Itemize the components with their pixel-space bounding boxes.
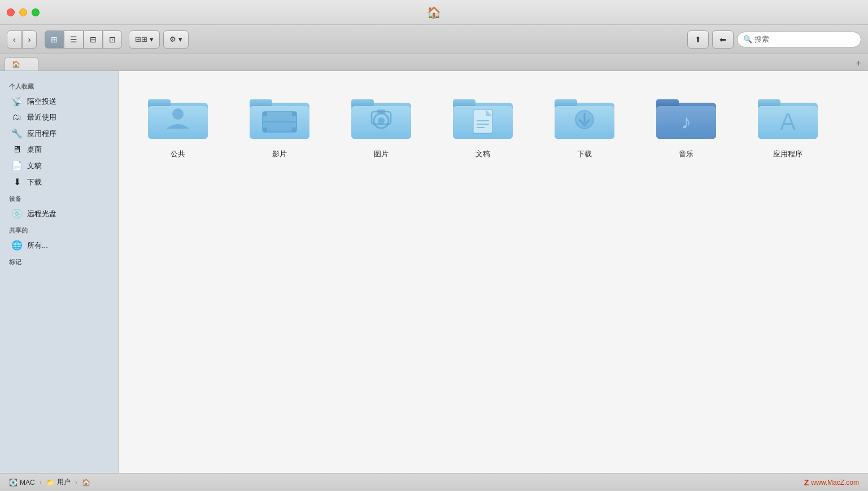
svg-point-3 <box>172 108 184 120</box>
view-icon-button[interactable]: ⊞ <box>45 30 64 49</box>
svg-rect-9 <box>292 112 296 116</box>
folder-item-music[interactable]: ♪ 音乐 <box>649 88 723 164</box>
home-breadcrumb-icon: 🏠 <box>82 479 90 486</box>
search-icon: 🔍 <box>743 35 752 43</box>
action-chevron-icon: ▾ <box>178 35 182 43</box>
breadcrumb-sep-1: › <box>40 479 42 486</box>
arrange-chevron-icon: ▾ <box>150 35 154 43</box>
action-button[interactable]: ⚙ ▾ <box>163 30 189 49</box>
sidebar: 个人收藏 📡 隔空投送 🗂 最近使用 🔧 应用程序 🖥 桌面 📄 文稿 ⬇ 下载… <box>0 71 119 473</box>
svg-rect-21 <box>453 99 476 107</box>
all-icon: 🌐 <box>11 240 23 251</box>
folder-pictures-icon <box>350 93 412 144</box>
tab-home-icon: 🏠 <box>12 60 20 68</box>
tag-button[interactable]: ⬅ <box>712 30 734 49</box>
maximize-button[interactable] <box>32 8 40 16</box>
watermark: Z www.MacZ.com <box>804 478 859 487</box>
breadcrumb-mac[interactable]: 💽 MAC <box>9 479 35 486</box>
sidebar-section-devices: 设备 <box>0 190 118 205</box>
folder-downloads-icon <box>553 93 616 144</box>
view-cover-button[interactable]: ⊡ <box>103 30 122 49</box>
titlebar: 🏠 <box>0 0 868 25</box>
folder-item-documents[interactable]: 文稿 <box>446 88 520 164</box>
sidebar-item-documents-label: 文稿 <box>27 161 42 171</box>
sidebar-item-airdrop[interactable]: 📡 隔空投送 <box>2 93 116 109</box>
sidebar-item-remote-disc[interactable]: 💿 远程光盘 <box>2 205 116 222</box>
desktop-icon: 🖥 <box>11 144 23 155</box>
sidebar-item-downloads[interactable]: ⬇ 下载 <box>2 174 116 190</box>
sidebar-item-applications-label: 应用程序 <box>27 129 56 139</box>
folder-movies-icon <box>248 93 311 144</box>
folder-item-public[interactable]: 公共 <box>141 88 215 164</box>
watermark-z: Z <box>804 478 809 487</box>
folder-item-pictures[interactable]: 图片 <box>344 88 418 164</box>
sidebar-item-recents[interactable]: 🗂 最近使用 <box>2 109 116 125</box>
sidebar-item-airdrop-label: 隔空投送 <box>27 97 56 107</box>
breadcrumb-home[interactable]: 🏠 <box>82 479 90 486</box>
sidebar-section-favorites: 个人收藏 <box>0 78 118 93</box>
share-icon: ⬆ <box>695 35 701 44</box>
folder-documents-label: 文稿 <box>476 149 490 159</box>
breadcrumb-mac-label: MAC <box>20 479 35 486</box>
main-area: 个人收藏 📡 隔空投送 🗂 最近使用 🔧 应用程序 🖥 桌面 📄 文稿 ⬇ 下载… <box>0 71 868 473</box>
nav-buttons: ‹ › <box>7 30 37 49</box>
svg-rect-19 <box>377 109 385 113</box>
documents-icon: 📄 <box>11 160 23 171</box>
svg-rect-33 <box>656 99 679 107</box>
tag-icon: ⬅ <box>719 35 726 44</box>
downloads-icon: ⬇ <box>11 177 23 187</box>
sidebar-item-desktop[interactable]: 🖥 桌面 <box>2 142 116 157</box>
sidebar-section-tags: 标记 <box>0 253 118 269</box>
close-button[interactable] <box>7 8 15 16</box>
svg-point-17 <box>378 117 385 124</box>
svg-rect-11 <box>292 128 296 132</box>
applications-icon: 🔧 <box>11 128 23 139</box>
tab-home[interactable]: 🏠 <box>5 57 38 71</box>
folder-public-label: 公共 <box>171 149 185 159</box>
folder-music-icon: ♪ <box>655 93 717 144</box>
svg-rect-8 <box>263 112 267 116</box>
add-tab-button[interactable]: + <box>854 58 863 68</box>
sidebar-item-applications[interactable]: 🔧 应用程序 <box>2 125 116 142</box>
folder-grid: 公共 <box>141 88 845 164</box>
sidebar-item-all-label: 所有... <box>27 240 48 251</box>
toolbar: ‹ › ⊞ ☰ ⊟ ⊡ ⊞⊞ ▾ ⚙ ▾ ⬆ ⬅ 🔍 <box>0 25 868 54</box>
folder-applications-icon: A <box>757 93 819 144</box>
gear-icon: ⚙ <box>169 35 176 43</box>
share-button[interactable]: ⬆ <box>687 30 709 49</box>
minimize-button[interactable] <box>19 8 27 16</box>
folder-movies-label: 影片 <box>272 149 287 159</box>
breadcrumb-sep-2: › <box>75 479 77 486</box>
sidebar-item-downloads-label: 下载 <box>27 177 42 187</box>
breadcrumb-users[interactable]: 📁 用户 <box>46 477 71 487</box>
statusbar: 💽 MAC › 📁 用户 › 🏠 Z www.MacZ.com <box>0 473 868 491</box>
sidebar-item-all[interactable]: 🌐 所有... <box>2 237 116 253</box>
folder-pictures-label: 图片 <box>374 149 389 159</box>
folder-item-downloads[interactable]: 下载 <box>548 88 621 164</box>
folder-item-applications[interactable]: A 应用程序 <box>751 88 825 164</box>
users-folder-icon: 📁 <box>46 479 55 486</box>
sidebar-item-desktop-label: 桌面 <box>27 144 42 155</box>
search-input[interactable] <box>754 35 845 43</box>
folder-item-movies[interactable]: 影片 <box>243 88 316 164</box>
content-area: 公共 <box>119 71 868 473</box>
arrange-button[interactable]: ⊞⊞ ▾ <box>129 30 160 49</box>
sidebar-section-shared: 共享的 <box>0 222 118 237</box>
search-bar[interactable]: 🔍 <box>737 32 861 47</box>
airdrop-icon: 📡 <box>11 96 23 107</box>
svg-rect-37 <box>758 99 780 107</box>
svg-rect-5 <box>250 99 272 107</box>
folder-downloads-label: 下载 <box>577 149 592 159</box>
svg-text:A: A <box>780 108 796 135</box>
back-button[interactable]: ‹ <box>7 30 22 49</box>
sidebar-item-recents-label: 最近使用 <box>27 112 56 122</box>
sidebar-item-documents[interactable]: 📄 文稿 <box>2 157 116 174</box>
svg-rect-14 <box>351 99 374 107</box>
svg-rect-1 <box>148 99 171 107</box>
view-list-button[interactable]: ☰ <box>64 30 84 49</box>
forward-button[interactable]: › <box>22 30 37 49</box>
svg-rect-10 <box>263 128 267 132</box>
svg-text:♪: ♪ <box>681 110 691 133</box>
folder-applications-label: 应用程序 <box>773 149 802 159</box>
view-columns-button[interactable]: ⊟ <box>84 30 103 49</box>
